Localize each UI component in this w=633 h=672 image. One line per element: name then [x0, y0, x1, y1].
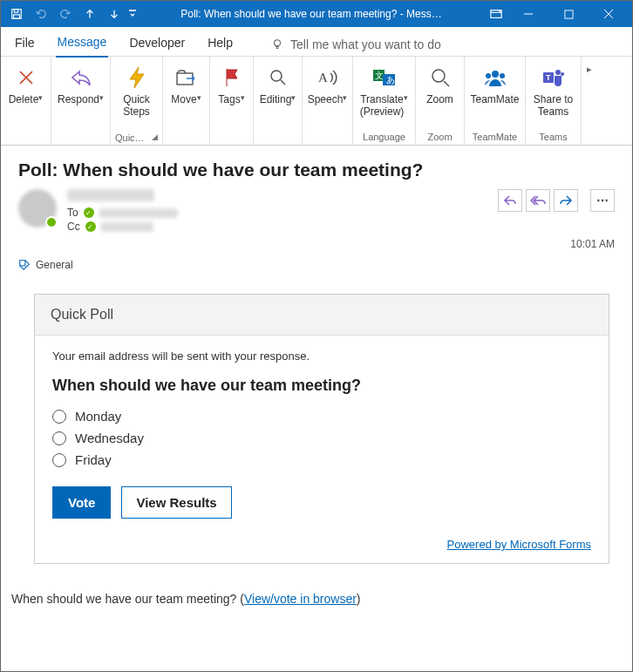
- menu-file[interactable]: File: [13, 32, 37, 57]
- people-icon: [481, 64, 509, 92]
- received-time: 10:01 AM: [18, 238, 615, 250]
- radio-icon: [52, 431, 66, 445]
- radio-icon: [52, 410, 66, 424]
- menu-help[interactable]: Help: [206, 32, 235, 57]
- menu-message[interactable]: Message: [56, 31, 109, 58]
- svg-point-19: [555, 70, 561, 75]
- radio-icon: [52, 453, 66, 467]
- menu-bar: File Message Developer Help Tell me what…: [1, 27, 632, 57]
- maximize-button[interactable]: [548, 2, 589, 26]
- quick-steps-button[interactable]: Quick Steps: [113, 62, 160, 121]
- svg-point-14: [492, 71, 499, 78]
- tell-me-search[interactable]: Tell me what you want to do: [271, 37, 620, 51]
- delete-button[interactable]: Delete▾: [2, 62, 51, 121]
- ribbon-overflow[interactable]: ▸: [583, 62, 596, 77]
- teammate-button[interactable]: TeamMate: [463, 62, 526, 121]
- message-subject: Poll: When should we have our team meeti…: [18, 160, 615, 180]
- read-aloud-icon: A: [314, 64, 342, 92]
- teams-icon: T: [540, 64, 568, 92]
- speech-button[interactable]: A Speech▾: [301, 62, 355, 121]
- message-header: Poll: When should we have our team meeti…: [1, 146, 632, 278]
- menu-developer[interactable]: Developer: [127, 32, 187, 57]
- category-icon: [18, 259, 31, 271]
- svg-rect-2: [14, 15, 20, 18]
- tell-me-placeholder: Tell me what you want to do: [290, 37, 441, 51]
- translate-button[interactable]: 文あ Translate (Preview) ▾: [353, 62, 416, 121]
- svg-rect-4: [564, 10, 572, 17]
- svg-point-5: [275, 39, 281, 45]
- svg-text:A: A: [318, 71, 328, 85]
- to-label: To: [67, 207, 78, 219]
- ribbon: Delete▾ Respond▾ Quick Steps Quic…◢: [1, 57, 632, 146]
- ribbon-mode-icon[interactable]: [484, 2, 508, 26]
- svg-rect-21: [20, 261, 25, 266]
- svg-point-20: [561, 72, 564, 76]
- svg-point-13: [432, 70, 445, 82]
- close-button[interactable]: [589, 2, 629, 26]
- svg-point-15: [486, 73, 491, 78]
- poll-option[interactable]: Wednesday: [52, 427, 591, 449]
- qat-overflow-icon[interactable]: [126, 2, 139, 26]
- move-button[interactable]: Move▾: [163, 62, 210, 121]
- infobar: When should we have our team meeting? (V…: [1, 574, 632, 613]
- sender-name: [67, 189, 154, 201]
- svg-text:文: 文: [375, 71, 384, 80]
- zoom-icon: [426, 64, 454, 92]
- forward-button[interactable]: [554, 189, 578, 212]
- svg-point-7: [271, 71, 282, 81]
- presence-available-icon: [45, 216, 58, 228]
- poll-option[interactable]: Monday: [52, 405, 591, 427]
- translate-icon: 文あ: [371, 64, 398, 92]
- cc-recipient[interactable]: [101, 222, 153, 232]
- undo-icon[interactable]: [29, 2, 53, 26]
- to-recipient[interactable]: [99, 208, 178, 218]
- poll-option-label: Wednesday: [75, 431, 144, 445]
- view-results-button[interactable]: View Results: [121, 486, 231, 519]
- save-icon[interactable]: [4, 2, 29, 26]
- svg-point-16: [500, 73, 505, 78]
- tags-button[interactable]: Tags▾: [208, 62, 255, 121]
- svg-text:あ: あ: [386, 75, 395, 85]
- more-actions-button[interactable]: ⋯: [590, 189, 615, 212]
- tracking-check-icon: ✓: [84, 207, 94, 218]
- flag-icon: [218, 64, 246, 92]
- move-folder-icon: [173, 64, 201, 92]
- arrow-up-icon[interactable]: [78, 2, 102, 26]
- view-in-browser-link[interactable]: View/vote in browser: [244, 592, 357, 606]
- message-actions: ⋯: [498, 189, 615, 212]
- delete-icon: [12, 64, 40, 92]
- find-icon: [264, 64, 292, 92]
- vote-button[interactable]: Vote: [52, 486, 111, 519]
- infobar-text: When should we have our team meeting? (: [11, 592, 244, 606]
- powered-by-link[interactable]: Powered by Microsoft Forms: [447, 538, 591, 551]
- poll-disclaimer: Your email address will be sent with you…: [52, 350, 591, 363]
- arrow-down-icon[interactable]: [102, 2, 126, 26]
- zoom-button[interactable]: Zoom: [417, 62, 464, 121]
- poll-option-label: Monday: [75, 409, 121, 424]
- respond-button[interactable]: Respond▾: [51, 62, 111, 121]
- poll-question: When should we have our team meeting?: [52, 377, 591, 395]
- sender-avatar[interactable]: [18, 189, 57, 227]
- lightbulb-icon: [271, 38, 283, 51]
- tracking-check-icon: ✓: [85, 221, 96, 232]
- svg-text:T: T: [546, 73, 551, 82]
- poll-option[interactable]: Friday: [52, 449, 591, 471]
- share-to-teams-button[interactable]: T Share to Teams: [527, 62, 580, 121]
- reply-all-button[interactable]: [526, 189, 550, 212]
- category-tag[interactable]: General: [18, 259, 615, 271]
- reply-button[interactable]: [498, 189, 522, 212]
- poll-card-title: Quick Poll: [35, 295, 609, 336]
- redo-icon[interactable]: [53, 2, 78, 26]
- editing-button[interactable]: Editing▾: [253, 62, 303, 121]
- title-bar: Poll: When should we have our team meeti…: [1, 1, 632, 27]
- cc-label: Cc: [67, 221, 80, 233]
- minimize-button[interactable]: [508, 2, 548, 26]
- poll-card: Quick Poll Your email address will be se…: [34, 294, 609, 564]
- svg-rect-1: [14, 10, 17, 13]
- reply-icon: [67, 64, 95, 92]
- lightning-icon: [123, 64, 151, 92]
- window-title: Poll: When should we have our team meeti…: [139, 8, 484, 20]
- poll-option-label: Friday: [75, 452, 112, 467]
